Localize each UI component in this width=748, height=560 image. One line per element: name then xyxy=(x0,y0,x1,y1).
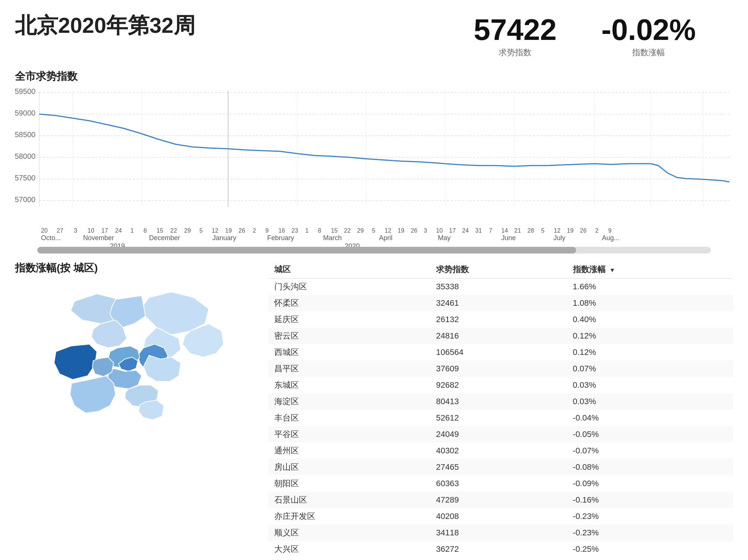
district-name: 顺义区 xyxy=(268,525,430,541)
svg-text:19: 19 xyxy=(398,227,404,234)
table-row: 西城区1065640.12% xyxy=(268,344,733,361)
svg-text:22: 22 xyxy=(170,227,177,234)
district-name: 昌平区 xyxy=(268,361,430,377)
sort-icon[interactable]: ▼ xyxy=(609,267,615,274)
table-row: 丰台区52612-0.04% xyxy=(268,410,733,426)
svg-text:28: 28 xyxy=(527,227,534,234)
index-change-label: 指数涨幅 xyxy=(602,47,696,58)
svg-text:June: June xyxy=(501,234,516,242)
index-change-block: -0.02% 指数涨幅 xyxy=(602,15,696,58)
svg-text:16: 16 xyxy=(278,227,285,234)
district-name: 房山区 xyxy=(268,459,430,475)
chart-scrollbar[interactable] xyxy=(37,247,711,254)
svg-text:26: 26 xyxy=(239,227,245,234)
district-name: 亦庄开发区 xyxy=(268,508,430,525)
svg-text:22: 22 xyxy=(344,227,351,234)
district-change: -0.04% xyxy=(567,410,733,426)
svg-text:59000: 59000 xyxy=(15,109,35,117)
district-change: -0.23% xyxy=(567,525,733,541)
district-change: 0.12% xyxy=(567,344,733,361)
district-index: 106564 xyxy=(430,344,567,361)
table-row: 海淀区804130.03% xyxy=(268,393,733,410)
district-name: 东城区 xyxy=(268,377,430,393)
district-name: 海淀区 xyxy=(268,393,430,410)
table-row: 门头沟区353381.66% xyxy=(268,279,733,295)
svg-text:29: 29 xyxy=(184,227,191,234)
scrollbar-thumb[interactable] xyxy=(37,247,576,254)
demand-index-value: 57422 xyxy=(474,15,556,45)
svg-text:17: 17 xyxy=(101,227,108,234)
district-change: 1.08% xyxy=(567,295,733,311)
svg-text:24: 24 xyxy=(115,227,122,234)
table-row: 石景山区47289-0.16% xyxy=(268,492,733,508)
svg-text:2: 2 xyxy=(253,227,256,234)
svg-text:5: 5 xyxy=(199,227,203,234)
svg-text:May: May xyxy=(438,234,451,242)
svg-marker-91 xyxy=(143,355,181,381)
district-change: 0.12% xyxy=(567,328,733,344)
table-row: 大兴区36272-0.25% xyxy=(268,541,733,557)
district-name: 平谷区 xyxy=(268,426,430,443)
svg-text:9: 9 xyxy=(265,227,269,234)
svg-text:8: 8 xyxy=(143,227,147,234)
svg-text:7: 7 xyxy=(489,227,492,234)
chart-section: 全市求势指数 59500 59000 58500 58000 57500 570… xyxy=(15,69,733,254)
district-index: 24816 xyxy=(430,328,567,344)
district-change: -0.07% xyxy=(567,443,733,459)
district-change: -0.23% xyxy=(567,508,733,525)
page-title: 北京2020年第32周 xyxy=(15,11,474,40)
header-stats: 57422 求势指数 -0.02% 指数涨幅 xyxy=(474,11,696,58)
svg-text:5: 5 xyxy=(372,227,375,234)
svg-text:12: 12 xyxy=(212,227,218,234)
svg-text:58000: 58000 xyxy=(15,152,35,160)
svg-text:2: 2 xyxy=(595,227,599,234)
index-change-value: -0.02% xyxy=(602,15,696,45)
svg-text:58500: 58500 xyxy=(15,130,35,139)
district-name: 石景山区 xyxy=(268,492,430,508)
district-index: 92682 xyxy=(430,377,567,393)
table-row: 通州区40302-0.07% xyxy=(268,443,733,459)
svg-text:15: 15 xyxy=(157,227,163,234)
district-index: 47289 xyxy=(430,492,567,508)
svg-text:20: 20 xyxy=(41,227,48,234)
bottom-section: 指数涨幅(按 城区) xyxy=(15,261,733,557)
district-index: 80413 xyxy=(430,393,567,410)
district-index: 27465 xyxy=(430,459,567,475)
district-index: 32461 xyxy=(430,295,567,311)
district-index: 37609 xyxy=(430,361,567,377)
table-row: 昌平区376090.07% xyxy=(268,361,733,377)
svg-text:26: 26 xyxy=(411,227,417,234)
district-index: 34118 xyxy=(430,525,567,541)
district-index: 36272 xyxy=(430,541,567,557)
beijing-map xyxy=(15,279,253,510)
svg-text:14: 14 xyxy=(501,227,508,234)
demand-index-block: 57422 求势指数 xyxy=(474,15,556,58)
district-index: 24049 xyxy=(430,426,567,443)
map-area: 指数涨幅(按 城区) xyxy=(15,261,253,557)
svg-text:12: 12 xyxy=(554,227,561,234)
district-index: 26132 xyxy=(430,311,567,328)
district-index: 40302 xyxy=(430,443,567,459)
district-change: -0.05% xyxy=(567,426,733,443)
col-district: 城区 xyxy=(268,261,430,279)
district-change: 0.03% xyxy=(567,393,733,410)
svg-text:3: 3 xyxy=(424,227,427,234)
svg-text:9: 9 xyxy=(608,227,612,234)
svg-text:3: 3 xyxy=(74,227,77,234)
svg-text:17: 17 xyxy=(449,227,456,234)
col-index: 求势指数 xyxy=(430,261,567,279)
svg-text:31: 31 xyxy=(475,227,482,234)
svg-text:24: 24 xyxy=(462,227,469,234)
district-change: 0.03% xyxy=(567,377,733,393)
svg-text:February: February xyxy=(267,234,294,242)
district-name: 西城区 xyxy=(268,344,430,361)
svg-text:12: 12 xyxy=(385,227,391,234)
table-row: 朝阳区60363-0.09% xyxy=(268,475,733,492)
district-change: 1.66% xyxy=(567,279,733,295)
svg-text:19: 19 xyxy=(225,227,232,234)
district-name: 密云区 xyxy=(268,328,430,344)
svg-text:5: 5 xyxy=(541,227,545,234)
district-table: 城区 求势指数 指数涨幅 ▼ 门头沟区353381.66%怀柔区324611.0… xyxy=(268,261,733,557)
svg-text:10: 10 xyxy=(88,227,94,234)
svg-text:November: November xyxy=(83,234,114,242)
